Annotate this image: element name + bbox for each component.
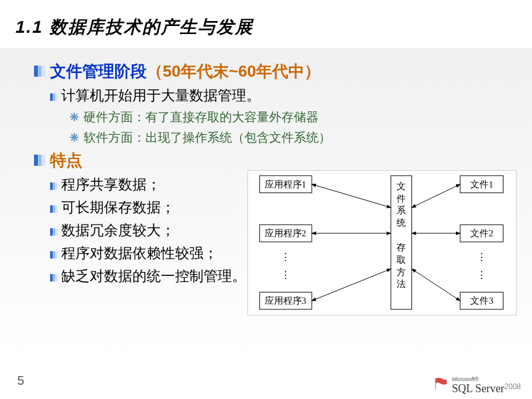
bullet-icon — [50, 181, 58, 189]
bullet-icon — [50, 204, 58, 212]
svg-text:存: 存 — [397, 242, 406, 252]
svg-text:文件2: 文件2 — [470, 228, 493, 238]
sub-point-text: 硬件方面：有了直接存取的大容量外存储器 — [84, 109, 319, 126]
bullet-icon — [34, 155, 45, 166]
sub-point-text: 软件方面：出现了操作系统（包含文件系统） — [84, 129, 331, 146]
bullet-icon — [50, 92, 58, 100]
feature-item: 程序对数据依赖性较强； — [61, 244, 218, 263]
feature-item: 缺乏对数据的统一控制管理。 — [61, 267, 246, 286]
svg-text:系: 系 — [397, 205, 406, 215]
page-number: 5 — [17, 374, 24, 388]
svg-line-36 — [312, 269, 391, 301]
svg-text:⋮: ⋮ — [477, 270, 486, 280]
sql-server-logo: Microsoft® SQL Server2008 — [434, 377, 521, 395]
flag-icon — [434, 377, 448, 390]
svg-text:统: 统 — [397, 218, 406, 228]
asterisk-icon — [70, 113, 79, 121]
svg-text:件: 件 — [397, 194, 406, 204]
svg-text:⋮: ⋮ — [477, 252, 486, 262]
footer: 5 Microsoft® SQL Server2008 — [0, 365, 532, 399]
point-text: 计算机开始用于大量数据管理。 — [61, 86, 260, 105]
bullet-icon — [50, 227, 58, 234]
feature-item: 程序共享数据； — [61, 175, 161, 194]
section-heading-1: 文件管理阶段（50年代末~60年代中） — [50, 61, 320, 82]
feature-item: 数据冗余度较大； — [61, 221, 175, 240]
asterisk-icon — [70, 133, 79, 142]
slide-title: 1.1 数据库技术的产生与发展 — [15, 15, 517, 39]
svg-line-39 — [412, 269, 460, 301]
svg-text:应用程序2: 应用程序2 — [265, 228, 306, 238]
feature-item: 可长期保存数据； — [61, 198, 175, 217]
svg-line-34 — [312, 184, 391, 208]
section-heading-2: 特点 — [50, 150, 82, 171]
svg-text:法: 法 — [397, 279, 406, 289]
svg-text:文件3: 文件3 — [470, 296, 493, 306]
svg-text:文件1: 文件1 — [470, 179, 493, 189]
file-system-diagram: 应用程序1 应用程序2 应用程序3 ⋮ ⋮ 文 件 系 统 存 取 方 法 文件… — [247, 170, 517, 315]
svg-text:取: 取 — [397, 255, 406, 265]
bullet-icon — [34, 66, 45, 77]
svg-text:文: 文 — [397, 181, 406, 191]
svg-text:方: 方 — [397, 267, 406, 277]
bullet-icon — [50, 273, 58, 280]
svg-text:应用程序3: 应用程序3 — [265, 296, 306, 306]
svg-text:应用程序1: 应用程序1 — [265, 179, 306, 189]
svg-line-37 — [412, 184, 460, 208]
bullet-icon — [50, 250, 58, 257]
svg-text:⋮: ⋮ — [281, 270, 290, 280]
svg-text:⋮: ⋮ — [281, 252, 290, 262]
